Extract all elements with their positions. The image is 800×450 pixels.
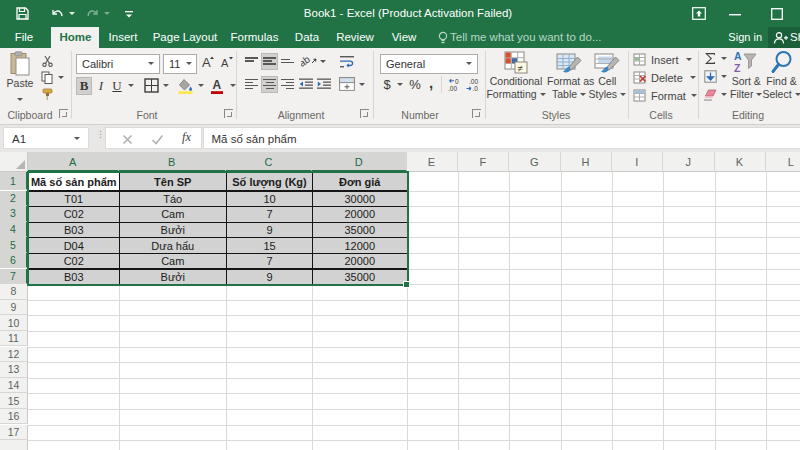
row-header-11[interactable]: 11 xyxy=(0,331,28,347)
column-header-D[interactable]: D xyxy=(312,152,407,172)
decrease-font-size-button[interactable]: A xyxy=(219,53,235,71)
borders-button[interactable] xyxy=(141,77,161,95)
conditional-formatting-button[interactable]: ≠ Conditional Formatting xyxy=(486,51,546,101)
row-header-7[interactable]: 7 xyxy=(0,269,28,285)
cell-A3[interactable]: C02 xyxy=(28,206,120,223)
bold-button[interactable]: B xyxy=(76,77,92,95)
row-header-6[interactable]: 6 xyxy=(0,253,28,269)
formula-bar-grip[interactable]: ⋮ xyxy=(96,132,99,145)
delete-cells-button[interactable]: Delete xyxy=(633,70,696,86)
fill-color-button[interactable] xyxy=(175,77,195,95)
insert-function-button[interactable]: fx xyxy=(182,130,191,145)
increase-indent-button[interactable] xyxy=(315,76,333,93)
tab-page-layout[interactable]: Page Layout xyxy=(153,27,218,48)
align-right-button[interactable] xyxy=(279,76,296,93)
row-header-13[interactable]: 13 xyxy=(0,362,28,378)
row-header-15[interactable]: 15 xyxy=(0,393,28,409)
cell-B2[interactable]: Táo xyxy=(119,191,228,208)
cell-A6[interactable]: C02 xyxy=(28,253,120,270)
cell-B1[interactable]: Tên SP xyxy=(119,172,228,191)
increase-font-size-button[interactable]: A xyxy=(200,53,217,71)
cell-D5[interactable]: 12000 xyxy=(312,237,408,254)
column-header-C[interactable]: C xyxy=(226,152,312,172)
row-header-16[interactable]: 16 xyxy=(0,409,28,425)
column-header-L[interactable]: L xyxy=(766,152,800,172)
orientation-button[interactable]: ab xyxy=(299,53,319,70)
align-bottom-button[interactable] xyxy=(279,53,296,70)
cell-A1[interactable]: Mã số sản phẩm xyxy=(28,172,120,191)
merge-center-dropdown[interactable] xyxy=(357,76,366,93)
borders-dropdown[interactable] xyxy=(161,77,170,95)
cell-D6[interactable]: 20000 xyxy=(312,253,408,270)
wrap-text-button[interactable] xyxy=(337,53,357,70)
number-format-combo[interactable]: General xyxy=(380,54,478,74)
align-center-button[interactable] xyxy=(261,76,278,93)
cell-D4[interactable]: 35000 xyxy=(312,222,408,239)
italic-button[interactable]: I xyxy=(94,77,108,95)
cell-D3[interactable]: 20000 xyxy=(312,206,408,223)
format-cells-button[interactable]: Format xyxy=(633,88,697,104)
column-header-A[interactable]: A xyxy=(28,152,119,172)
cell-D2[interactable]: 30000 xyxy=(312,191,408,208)
row-header-partial[interactable] xyxy=(0,440,28,450)
align-top-button[interactable] xyxy=(243,53,260,70)
cell-C6[interactable]: 7 xyxy=(226,253,313,270)
sign-in-button[interactable]: Sign in xyxy=(728,27,762,48)
cell-B4[interactable]: Bưởi xyxy=(119,222,228,239)
tab-insert[interactable]: Insert xyxy=(109,27,138,48)
decrease-decimal-button[interactable]: .00 .0 xyxy=(464,76,481,94)
cell-C2[interactable]: 10 xyxy=(226,191,313,208)
cell-D7[interactable]: 35000 xyxy=(312,269,408,286)
column-header-I[interactable]: I xyxy=(612,152,664,172)
tab-home[interactable]: Home xyxy=(60,27,92,48)
orientation-dropdown[interactable] xyxy=(318,53,327,70)
font-color-button[interactable]: A xyxy=(207,77,227,95)
tab-data[interactable]: Data xyxy=(295,27,319,48)
format-painter-button[interactable] xyxy=(39,88,57,103)
column-header-B[interactable]: B xyxy=(119,152,227,172)
column-header-F[interactable]: F xyxy=(458,152,510,172)
share-button[interactable]: Share xyxy=(768,27,800,48)
fill-handle[interactable] xyxy=(403,281,410,288)
row-header-14[interactable]: 14 xyxy=(0,378,28,394)
decrease-indent-button[interactable] xyxy=(297,76,315,93)
align-middle-button[interactable] xyxy=(261,53,278,70)
cell-A2[interactable]: T01 xyxy=(28,191,120,208)
cell-B5[interactable]: Dưa hấu xyxy=(119,237,228,254)
column-header-H[interactable]: H xyxy=(561,152,612,172)
cell-B6[interactable]: Cam xyxy=(119,253,228,270)
fill-color-dropdown[interactable] xyxy=(196,77,205,95)
column-header-K[interactable]: K xyxy=(715,152,766,172)
cell-A7[interactable]: B03 xyxy=(28,269,120,286)
copy-dropdown[interactable] xyxy=(56,71,65,85)
cell-C7[interactable]: 9 xyxy=(226,269,313,286)
minimize-button[interactable] xyxy=(727,0,743,27)
font-dialog-launcher[interactable] xyxy=(224,109,233,118)
cell-A5[interactable]: D04 xyxy=(28,237,120,254)
ribbon-display-options-button[interactable] xyxy=(691,0,707,27)
increase-decimal-button[interactable]: 0 .00 xyxy=(446,76,463,94)
row-header-9[interactable]: 9 xyxy=(0,300,28,316)
cell-D1[interactable]: Đơn giá xyxy=(312,172,408,191)
clear-button[interactable] xyxy=(702,87,718,103)
tellme-box[interactable]: Tell me what you want to do... xyxy=(450,27,602,48)
copy-button[interactable] xyxy=(39,71,55,85)
insert-cells-button[interactable]: Insert xyxy=(633,52,692,68)
row-header-5[interactable]: 5 xyxy=(0,237,28,253)
cell-styles-button[interactable]: Cell Styles xyxy=(585,51,630,101)
row-header-10[interactable]: 10 xyxy=(0,315,28,331)
accounting-format-button[interactable]: $ xyxy=(380,76,394,94)
cell-C1[interactable]: Số lượng (Kg) xyxy=(226,172,313,191)
select-all-button[interactable] xyxy=(0,152,28,172)
alignment-dialog-launcher[interactable] xyxy=(360,109,369,118)
cell-B7[interactable]: Bưởi xyxy=(119,269,228,286)
number-dialog-launcher[interactable] xyxy=(472,109,481,118)
autosum-button[interactable] xyxy=(702,51,718,67)
fill-button[interactable] xyxy=(702,69,718,85)
paste-button[interactable]: Paste xyxy=(4,51,36,108)
column-header-J[interactable]: J xyxy=(663,152,715,172)
cell-C3[interactable]: 7 xyxy=(226,206,313,223)
enter-icon[interactable] xyxy=(151,134,164,145)
row-header-1[interactable]: 1 xyxy=(0,172,28,190)
cut-button[interactable] xyxy=(39,54,55,68)
